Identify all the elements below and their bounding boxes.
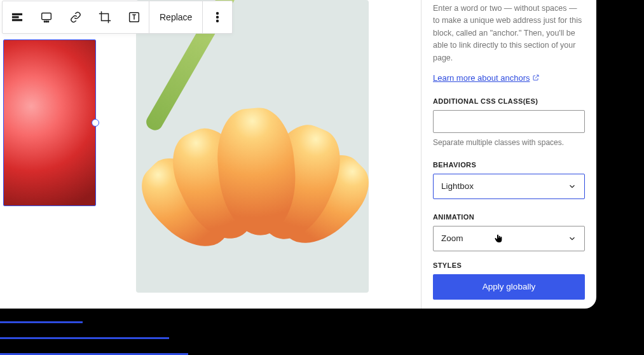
link-button[interactable] (61, 1, 90, 34)
align-button[interactable] (3, 1, 32, 34)
selected-image-block[interactable] (3, 39, 96, 206)
block-settings-sidebar: Enter a word or two — without spaces — t… (421, 0, 596, 309)
svg-rect-2 (13, 20, 22, 21)
anchor-help-text: Enter a word or two — without spaces — t… (433, 3, 585, 64)
additional-css-input[interactable] (433, 110, 585, 133)
learn-more-anchors-link[interactable]: Learn more about anchors (433, 73, 540, 83)
additional-css-label: ADDITIONAL CSS CLASS(ES) (433, 97, 585, 105)
behaviors-select[interactable]: Lightbox (433, 174, 585, 199)
decorative-bars (0, 312, 188, 355)
cursor-pointer-icon (493, 233, 504, 246)
svg-point-8 (217, 13, 219, 15)
link-label: Learn more about anchors (433, 73, 530, 83)
caption-button[interactable] (32, 1, 61, 34)
svg-rect-3 (42, 13, 51, 20)
svg-point-4 (44, 21, 45, 22)
align-icon (10, 10, 24, 24)
crop-icon (98, 10, 112, 24)
editor-frame: Replace Enter a word or two — wit (0, 0, 596, 309)
caption-icon (39, 10, 53, 24)
editor-canvas: Replace (0, 0, 421, 309)
text-overlay-button[interactable] (120, 1, 149, 34)
more-options-button[interactable] (203, 1, 232, 34)
crop-button[interactable] (90, 1, 120, 34)
resize-handle-right[interactable] (92, 119, 99, 127)
css-hint: Separate multiple classes with spaces. (433, 138, 585, 147)
image-block[interactable] (136, 0, 369, 293)
svg-point-6 (48, 21, 49, 22)
animation-select[interactable]: Zoom (433, 226, 585, 251)
chevron-down-icon (568, 234, 577, 243)
text-overlay-icon (127, 10, 141, 24)
animation-label: ANIMATION (433, 213, 585, 221)
image-content (161, 89, 346, 254)
chevron-down-icon (568, 182, 577, 191)
block-toolbar: Replace (2, 1, 233, 34)
image-content (4, 40, 95, 205)
svg-point-5 (46, 21, 47, 22)
svg-point-9 (217, 17, 219, 18)
link-icon (69, 10, 83, 24)
svg-rect-0 (13, 14, 22, 15)
svg-rect-1 (13, 17, 18, 18)
svg-point-10 (217, 20, 219, 22)
apply-globally-button[interactable]: Apply globally (433, 274, 585, 300)
behaviors-label: BEHAVIORS (433, 161, 585, 169)
animation-value: Zoom (441, 233, 463, 243)
behaviors-value: Lightbox (441, 181, 474, 191)
more-vertical-icon (210, 10, 224, 24)
external-link-icon (532, 74, 540, 81)
replace-button[interactable]: Replace (149, 1, 202, 34)
styles-label: STYLES (433, 261, 585, 269)
